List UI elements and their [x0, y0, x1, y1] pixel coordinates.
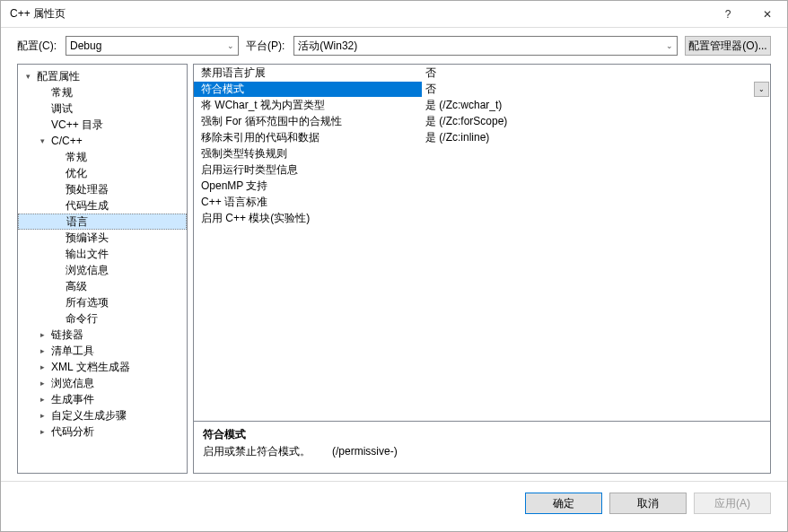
grid-row[interactable]: C++ 语言标准 [194, 194, 770, 210]
expander-placeholder [52, 282, 62, 292]
window-title: C++ 属性页 [10, 6, 708, 22]
tree-item-label: 输出文件 [64, 247, 110, 262]
grid-row[interactable]: 启用 C++ 模块(实验性) [194, 210, 770, 226]
config-select[interactable]: Debug ⌄ [66, 36, 239, 56]
grid-key: 启用 C++ 模块(实验性) [194, 211, 422, 226]
apply-button: 应用(A) [694, 493, 771, 514]
tree-item-label: 常规 [49, 85, 74, 100]
grid-key: 禁用语言扩展 [194, 65, 422, 81]
expander-placeholder [38, 104, 48, 114]
chevron-down-icon[interactable]: ⌄ [754, 82, 769, 97]
grid-key: 符合模式 [194, 82, 422, 97]
tree-item-label: 配置属性 [35, 69, 82, 84]
tree[interactable]: ▾配置属性常规调试VC++ 目录▾C/C++常规优化预处理器代码生成语言预编译头… [17, 64, 188, 474]
tree-item[interactable]: 预处理器 [18, 181, 187, 197]
tree-item[interactable]: ▸链接器 [18, 327, 187, 343]
tree-item[interactable]: 所有选项 [18, 294, 187, 310]
expander-placeholder [52, 153, 62, 162]
tree-item[interactable]: 常规 [18, 149, 187, 165]
tree-item[interactable]: 命令行 [18, 310, 187, 327]
grid-key: C++ 语言标准 [194, 195, 422, 210]
grid-key: 强制类型转换规则 [194, 146, 422, 161]
grid-value[interactable]: 是 (/Zc:wchar_t) [422, 98, 770, 113]
main: ▾配置属性常规调试VC++ 目录▾C/C++常规优化预处理器代码生成语言预编译头… [1, 64, 787, 481]
triangle-right-icon[interactable]: ▸ [38, 427, 48, 437]
tree-item-label: 预处理器 [64, 182, 110, 197]
cancel-button[interactable]: 取消 [609, 493, 687, 514]
grid-row[interactable]: 强制 For 循环范围中的合规性是 (/Zc:forScope) [194, 113, 770, 129]
grid-key: 移除未引用的代码和数据 [194, 130, 422, 145]
grid-row[interactable]: OpenMP 支持 [194, 178, 770, 194]
tree-item[interactable]: 浏览信息 [18, 262, 187, 278]
tree-item[interactable]: VC++ 目录 [18, 117, 187, 133]
expander-placeholder [53, 217, 63, 227]
tree-item[interactable]: 预编译头 [18, 230, 187, 246]
toolbar: 配置(C): Debug ⌄ 平台(P): 活动(Win32) ⌄ 配置管理器(… [1, 28, 787, 64]
grid-row[interactable]: 强制类型转换规则 [194, 145, 770, 161]
ok-button[interactable]: 确定 [525, 493, 602, 514]
tree-item-label: VC++ 目录 [49, 118, 105, 133]
tree-item-label: 代码生成 [64, 198, 110, 214]
expander-placeholder [52, 249, 62, 259]
triangle-right-icon[interactable]: ▸ [38, 330, 48, 340]
config-manager-button[interactable]: 配置管理器(O)... [685, 36, 771, 56]
expander-placeholder [52, 169, 62, 179]
expander-placeholder [52, 266, 62, 275]
grid-key: 将 WChar_t 视为内置类型 [194, 98, 422, 113]
triangle-down-icon[interactable]: ▾ [38, 136, 48, 146]
expander-placeholder [52, 201, 62, 211]
tree-item-label: 浏览信息 [49, 376, 96, 391]
tree-item[interactable]: ▸XML 文档生成器 [18, 359, 187, 375]
triangle-down-icon[interactable]: ▾ [23, 72, 33, 82]
grid-row[interactable]: 符合模式否⌄ [194, 81, 770, 97]
tree-item-label: 预编译头 [64, 231, 110, 246]
triangle-right-icon[interactable]: ▸ [38, 395, 48, 405]
tree-item-label: 链接器 [49, 327, 85, 343]
tree-item[interactable]: 代码生成 [18, 197, 187, 214]
tree-item[interactable]: ▸浏览信息 [18, 375, 187, 391]
close-button[interactable]: ✕ [748, 1, 787, 28]
tree-item-label: 生成事件 [49, 392, 96, 407]
tree-item[interactable]: 优化 [18, 165, 187, 181]
triangle-right-icon[interactable]: ▸ [38, 379, 48, 388]
platform-select[interactable]: 活动(Win32) ⌄ [293, 36, 678, 56]
grid-row[interactable]: 将 WChar_t 视为内置类型是 (/Zc:wchar_t) [194, 97, 770, 113]
tree-item-label: 自定义生成步骤 [49, 408, 128, 423]
tree-item-label: 调试 [49, 101, 74, 117]
triangle-right-icon[interactable]: ▸ [38, 346, 48, 356]
tree-item-label: 代码分析 [49, 424, 96, 440]
tree-item[interactable]: 常规 [18, 84, 187, 100]
grid-value[interactable]: 是 (/Zc:forScope) [422, 114, 770, 129]
tree-item[interactable]: ▸自定义生成步骤 [18, 407, 187, 423]
tree-item[interactable]: ▸代码分析 [18, 423, 187, 440]
grid-value[interactable]: 否 [422, 65, 770, 81]
triangle-right-icon[interactable]: ▸ [38, 411, 48, 421]
right-pane: 禁用语言扩展否符合模式否⌄将 WChar_t 视为内置类型是 (/Zc:wcha… [193, 64, 771, 474]
tree-item[interactable]: 语言 [18, 214, 187, 230]
tree-item[interactable]: ▾配置属性 [18, 68, 187, 84]
property-grid[interactable]: 禁用语言扩展否符合模式否⌄将 WChar_t 视为内置类型是 (/Zc:wcha… [193, 64, 771, 422]
grid-key: OpenMP 支持 [194, 179, 422, 194]
help-button[interactable]: ? [708, 1, 748, 28]
tree-item[interactable]: 调试 [18, 100, 187, 117]
expander-placeholder [52, 185, 62, 195]
chevron-down-icon: ⌄ [666, 41, 673, 50]
tree-item[interactable]: 输出文件 [18, 246, 187, 262]
grid-row[interactable]: 禁用语言扩展否 [194, 65, 770, 81]
tree-item[interactable]: ▸生成事件 [18, 391, 187, 407]
desc-title: 符合模式 [203, 427, 761, 442]
grid-row[interactable]: 启用运行时类型信息 [194, 161, 770, 178]
grid-row[interactable]: 移除未引用的代码和数据是 (/Zc:inline) [194, 129, 770, 145]
tree-item[interactable]: ▾C/C++ [18, 133, 187, 149]
triangle-right-icon[interactable]: ▸ [38, 362, 48, 372]
grid-value[interactable]: 是 (/Zc:inline) [422, 130, 770, 145]
tree-item[interactable]: 高级 [18, 278, 187, 294]
tree-item-label: C/C++ [49, 135, 84, 147]
tree-item-label: 命令行 [64, 311, 100, 327]
chevron-down-icon: ⌄ [227, 41, 234, 50]
tree-item-label: 所有选项 [64, 295, 110, 310]
tree-item[interactable]: ▸清单工具 [18, 343, 187, 359]
config-label: 配置(C): [17, 39, 57, 54]
tree-item-label: 高级 [64, 279, 89, 294]
grid-value[interactable]: 否⌄ [422, 82, 770, 97]
